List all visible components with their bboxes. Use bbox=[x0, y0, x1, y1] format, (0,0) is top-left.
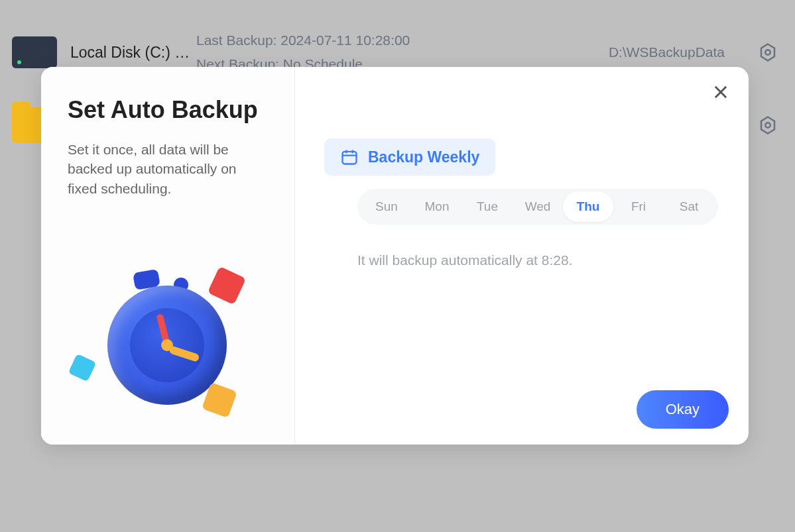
day-mon[interactable]: Mon bbox=[412, 191, 462, 222]
calendar-icon bbox=[340, 148, 359, 166]
okay-button[interactable]: Okay bbox=[637, 390, 729, 429]
day-sun[interactable]: Sun bbox=[361, 191, 412, 222]
day-fri[interactable]: Fri bbox=[613, 191, 664, 222]
day-tue[interactable]: Tue bbox=[462, 191, 513, 222]
weekday-selector: Sun Mon Tue Wed Thu Fri Sat bbox=[357, 189, 718, 225]
day-wed[interactable]: Wed bbox=[513, 191, 563, 222]
svg-marker-0 bbox=[761, 44, 774, 61]
backup-source-title: Local Disk (C:) … bbox=[70, 44, 196, 62]
close-icon[interactable] bbox=[711, 83, 730, 101]
frequency-selector[interactable]: Backup Weekly bbox=[324, 138, 495, 176]
svg-point-1 bbox=[765, 50, 770, 55]
day-thu[interactable]: Thu bbox=[563, 191, 613, 222]
modal-right-panel: Backup Weekly Sun Mon Tue Wed Thu Fri Sa… bbox=[295, 67, 749, 445]
frequency-label: Backup Weekly bbox=[368, 148, 479, 166]
svg-rect-6 bbox=[343, 152, 357, 164]
svg-point-3 bbox=[765, 123, 770, 128]
day-sat[interactable]: Sat bbox=[664, 191, 714, 222]
clock-illustration bbox=[68, 259, 268, 431]
disk-icon bbox=[12, 36, 57, 68]
backup-destination: D:\WSBackupData bbox=[609, 44, 725, 60]
auto-backup-modal: Set Auto Backup Set it once, all data wi… bbox=[41, 67, 749, 445]
last-backup-text: Last Backup: 2024-07-11 10:28:00 bbox=[196, 28, 609, 52]
modal-description: Set it once, all data will be backed up … bbox=[68, 140, 268, 198]
modal-left-panel: Set Auto Backup Set it once, all data wi… bbox=[41, 67, 295, 445]
svg-marker-2 bbox=[761, 117, 774, 134]
settings-icon[interactable] bbox=[758, 115, 778, 135]
modal-title: Set Auto Backup bbox=[68, 96, 268, 124]
settings-icon[interactable] bbox=[758, 42, 778, 62]
schedule-time-text: It will backup automatically at 8:28. bbox=[357, 252, 729, 268]
